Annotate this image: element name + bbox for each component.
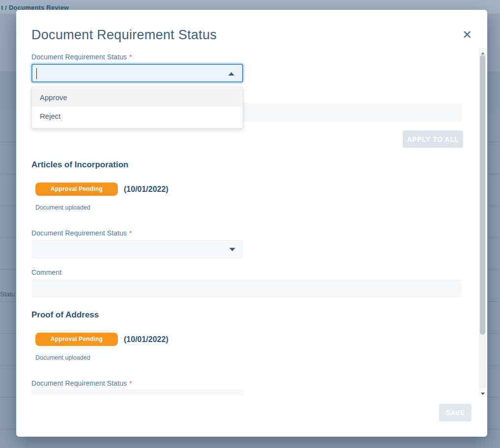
status-dropdown-menu: Approve Reject: [31, 87, 243, 129]
save-button[interactable]: SAVE: [439, 404, 472, 422]
required-asterisk: *: [129, 53, 132, 61]
document-date: (10/01/2022): [124, 335, 168, 344]
text-cursor: [36, 68, 37, 79]
apply-to-all-button[interactable]: APPLY TO ALL: [403, 131, 463, 148]
document-uploaded-text: Document uploaded: [35, 204, 90, 211]
scrollbar-thumb[interactable]: [480, 55, 485, 335]
modal-title: Document Requirement Status: [31, 27, 217, 43]
chevron-down-icon: [229, 248, 235, 251]
modal-document-requirement-status: Document Requirement Status ✕ Document R…: [16, 10, 487, 437]
bulk-status-combobox[interactable]: [31, 64, 243, 82]
modal-scrollbar[interactable]: [479, 48, 486, 395]
document-uploaded-text: Document uploaded: [35, 354, 90, 361]
background-status-label: Statu: [0, 290, 15, 298]
close-icon[interactable]: ✕: [460, 27, 474, 42]
doc1-status-label: Document Requirement Status*: [31, 229, 132, 237]
scrollbar-down-arrow-icon[interactable]: [479, 388, 486, 395]
document-date: (10/01/2022): [124, 185, 168, 194]
bulk-status-label: Document Requirement Status*: [31, 53, 132, 61]
doc1-comment-label: Comment: [31, 268, 61, 276]
required-asterisk: *: [129, 229, 132, 237]
bulk-status-label-text: Document Requirement Status: [31, 53, 127, 61]
status-badge: Approval Pending: [35, 183, 118, 196]
chevron-up-icon: [228, 72, 234, 76]
doc1-status-label-text: Document Requirement Status: [31, 229, 127, 237]
document-section-title: Proof of Address: [31, 310, 99, 320]
screen: t / Documents Review Statu Document Requ…: [0, 0, 500, 448]
dropdown-option-reject[interactable]: Reject: [32, 107, 243, 126]
required-asterisk: *: [129, 379, 132, 387]
doc2-status-combobox[interactable]: [31, 390, 243, 395]
document-section-title: Articles of Incorporation: [31, 160, 128, 170]
doc1-comment-input[interactable]: [31, 279, 462, 298]
dropdown-option-approve[interactable]: Approve: [32, 88, 243, 107]
scrollbar-up-arrow-icon[interactable]: [479, 48, 486, 54]
doc2-status-label-text: Document Requirement Status: [31, 379, 127, 387]
doc1-status-combobox[interactable]: [31, 240, 243, 259]
doc2-status-label: Document Requirement Status*: [31, 379, 132, 387]
status-badge: Approval Pending: [35, 333, 118, 346]
